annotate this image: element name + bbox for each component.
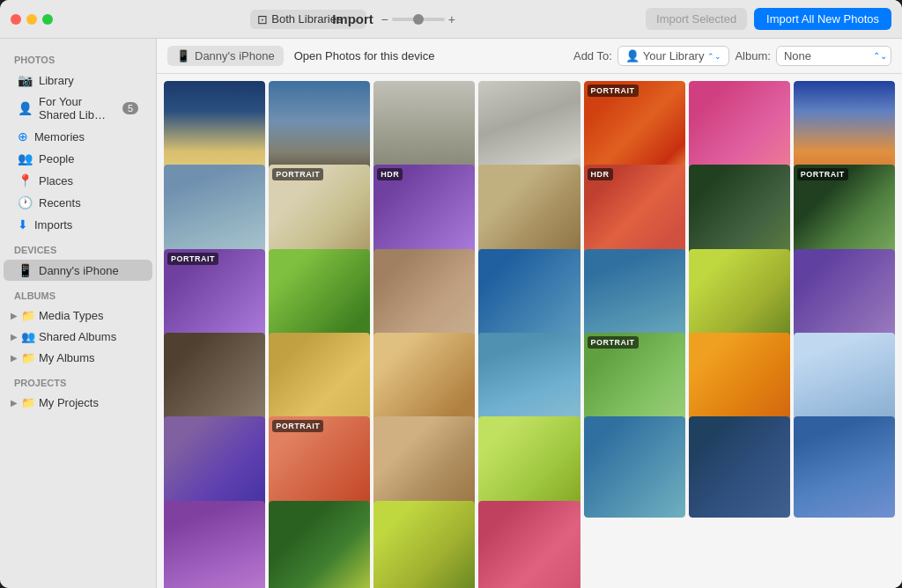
photo-tag: PORTRAIT: [588, 336, 639, 349]
dropdown-chevron-icon: ⌃⌄: [707, 52, 721, 61]
sidebar-item-imports[interactable]: ⬇ Imports: [4, 214, 152, 235]
sidebar-group-media-types[interactable]: ▶ 📁 Media Types: [4, 305, 152, 326]
library-icon: 📷: [18, 73, 33, 87]
open-photos-button[interactable]: Open Photos for this device: [294, 49, 435, 62]
group-icon: 📁: [21, 396, 35, 409]
sidebar-group-my-projects[interactable]: ▶ 📁 My Projects: [4, 393, 152, 413]
library-icon: ⊡: [257, 12, 268, 26]
import-selected-button[interactable]: Import Selected: [646, 8, 747, 30]
zoom-controls: − +: [381, 12, 455, 26]
sidebar-item-people[interactable]: 👥 People: [4, 148, 152, 169]
photo-area: 📱 Danny's iPhone Open Photos for this de…: [157, 39, 902, 588]
sidebar-item-label: Danny's iPhone: [39, 264, 119, 277]
recents-icon: 🕐: [18, 195, 33, 209]
photo-tag: PORTRAIT: [588, 85, 639, 97]
photo-cell[interactable]: [689, 416, 790, 518]
sidebar-item-library[interactable]: 📷 Library: [4, 70, 152, 91]
sidebar-item-label: Library: [39, 74, 74, 87]
album-dropdown-arrows-icon: ⌃⌄: [873, 51, 887, 61]
sidebar-item-label: People: [39, 152, 74, 165]
sidebar-item-recents[interactable]: 🕐 Recents: [4, 192, 152, 213]
sidebar-item-label: Imports: [34, 218, 72, 232]
places-icon: 📍: [18, 173, 33, 187]
add-to-section: Add To: 👤 Your Library ⌃⌄ Album: None ⌃⌄: [573, 46, 891, 66]
photo-tag: PORTRAIT: [272, 168, 323, 180]
sidebar-item-label: For Your Shared Lib…: [39, 95, 116, 121]
group-icon: 👥: [21, 330, 35, 343]
zoom-plus-button[interactable]: +: [448, 12, 455, 26]
chevron-right-icon: ▶: [11, 311, 18, 320]
shared-lib-badge: 5: [122, 102, 138, 114]
add-to-label: Add To:: [573, 49, 612, 62]
photo-cell[interactable]: [269, 501, 370, 588]
device-tab[interactable]: 📱 Danny's iPhone: [167, 46, 284, 66]
app-window: ⊡ Both Libraries ⌃⌄ − + Import Import Se…: [0, 0, 902, 588]
add-to-dropdown-value: Your Library: [643, 49, 705, 62]
sidebar-item-label: Memories: [34, 130, 85, 143]
chevron-right-icon: ▶: [11, 398, 18, 408]
photo-cell[interactable]: [794, 416, 895, 518]
import-all-button[interactable]: Import All New Photos: [754, 8, 891, 30]
fullscreen-button[interactable]: [42, 14, 53, 25]
minimize-button[interactable]: [26, 14, 37, 25]
zoom-slider[interactable]: [392, 18, 445, 21]
sidebar-group-my-albums[interactable]: ▶ 📁 My Albums: [4, 348, 152, 368]
sidebar-item-label: Places: [39, 174, 73, 187]
device-icon: 📱: [176, 49, 190, 62]
photo-image: [269, 501, 370, 588]
album-dropdown[interactable]: None ⌃⌄: [776, 46, 891, 66]
album-dropdown-value: None: [784, 49, 811, 62]
group-label: Media Types: [39, 309, 103, 322]
sidebar-item-shared-lib[interactable]: 👤 For Your Shared Lib… 5: [4, 92, 152, 125]
zoom-thumb: [413, 14, 424, 25]
traffic-lights: [11, 14, 53, 25]
photo-image: [373, 501, 475, 588]
photo-image: [689, 416, 790, 518]
photo-tag: HDR: [377, 168, 403, 180]
zoom-minus-button[interactable]: −: [381, 12, 388, 26]
shared-lib-icon: 👤: [18, 101, 33, 115]
sidebar-section-albums: Albums: [0, 282, 156, 305]
sidebar-item-device[interactable]: 📱 Danny's iPhone: [4, 260, 152, 281]
sidebar-item-memories[interactable]: ⊕ Memories: [4, 126, 152, 147]
sidebar: Photos 📷 Library 👤 For Your Shared Lib… …: [0, 39, 157, 588]
photo-tag: PORTRAIT: [167, 253, 218, 265]
import-toolbar: 📱 Danny's iPhone Open Photos for this de…: [157, 39, 902, 74]
sidebar-section-projects: Projects: [0, 369, 156, 392]
main-content: Photos 📷 Library 👤 For Your Shared Lib… …: [0, 39, 902, 588]
photo-tag: PORTRAIT: [797, 168, 848, 180]
people-icon: 👥: [18, 151, 33, 165]
chevron-right-icon: ▶: [11, 332, 18, 342]
titlebar-right: Import Selected Import All New Photos: [646, 8, 891, 30]
group-label: My Albums: [39, 351, 95, 364]
close-button[interactable]: [11, 14, 21, 25]
group-icon: 📁: [21, 309, 35, 322]
photo-cell[interactable]: [478, 501, 580, 588]
group-label: Shared Albums: [39, 330, 116, 343]
sidebar-section-devices: Devices: [0, 236, 156, 259]
photo-tag: PORTRAIT: [272, 420, 323, 432]
imports-icon: ⬇: [18, 217, 28, 232]
photo-image: [478, 501, 580, 588]
group-icon: 📁: [21, 351, 35, 364]
photo-image: [164, 501, 265, 588]
album-label: Album:: [735, 49, 770, 62]
device-tab-label: Danny's iPhone: [195, 49, 275, 62]
chevron-right-icon: ▶: [11, 353, 18, 363]
page-title: Import: [332, 11, 373, 26]
group-label: My Projects: [39, 396, 99, 409]
photo-cell[interactable]: [373, 501, 475, 588]
memories-icon: ⊕: [18, 129, 28, 143]
titlebar-center: ⊡ Both Libraries ⌃⌄ − + Import: [67, 10, 639, 29]
photo-cell[interactable]: [584, 416, 685, 518]
sidebar-item-places[interactable]: 📍 Places: [4, 170, 152, 191]
photo-image: [794, 416, 895, 518]
photo-image: [584, 416, 685, 518]
photo-cell[interactable]: [164, 501, 265, 588]
sidebar-item-label: Recents: [39, 196, 81, 209]
sidebar-group-shared-albums[interactable]: ▶ 👥 Shared Albums: [4, 327, 152, 347]
add-to-dropdown[interactable]: 👤 Your Library ⌃⌄: [617, 46, 730, 66]
sidebar-section-photos: Photos: [0, 46, 156, 69]
photo-tag: HDR: [588, 168, 613, 180]
device-icon: 📱: [18, 263, 33, 277]
